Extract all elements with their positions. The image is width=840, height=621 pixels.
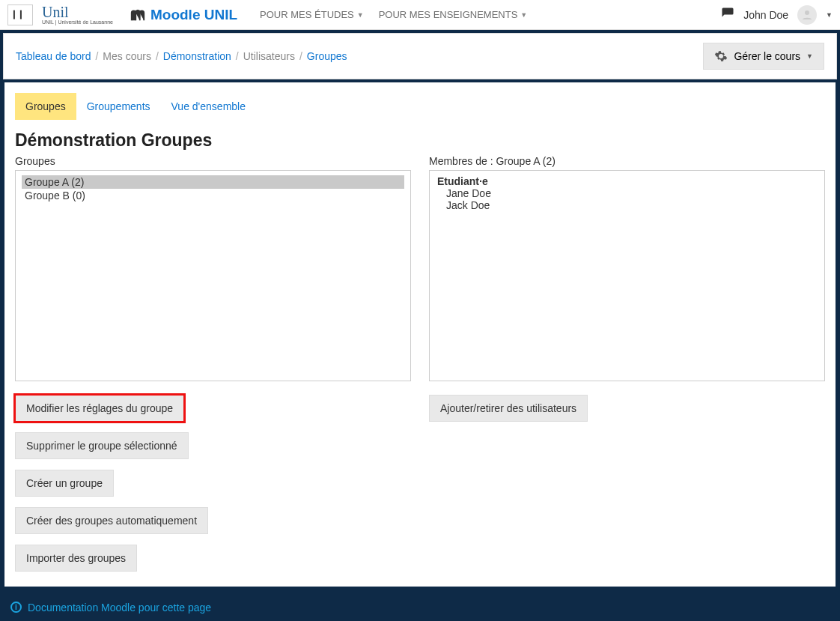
moodle-icon — [130, 7, 146, 23]
breadcrumb: Tableau de bord / Mes cours / Démonstrat… — [16, 50, 347, 62]
groups-column: Groupes Groupe A (2) Groupe B (0) Modifi… — [15, 155, 411, 572]
nav-etudes-label: POUR MES ÉTUDES — [260, 9, 354, 20]
manage-course-button[interactable]: Gérer le cours ▼ — [703, 43, 824, 70]
nav-top: POUR MES ÉTUDES▼ POUR MES ENSEIGNEMENTS▼ — [260, 9, 527, 20]
breadcrumb-row: Tableau de bord / Mes cours / Démonstrat… — [4, 34, 836, 79]
info-icon: i — [10, 602, 22, 613]
user-menu-caret-icon[interactable]: ▼ — [826, 11, 833, 19]
groups-listbox[interactable]: Groupe A (2) Groupe B (0) — [15, 170, 411, 381]
crumb-groups[interactable]: Groupes — [307, 50, 347, 62]
crumb-mescours: Mes cours — [103, 50, 151, 62]
member-item[interactable]: Jane Doe — [436, 187, 818, 199]
brand-link[interactable]: Moodle UNIL — [130, 7, 237, 23]
topbar-right: John Doe ▼ — [721, 5, 833, 25]
crumb-sep: / — [95, 50, 98, 62]
groups-buttons: Modifier les réglages du groupe Supprime… — [15, 395, 411, 572]
caret-down-icon: ▼ — [806, 52, 813, 60]
group-item[interactable]: Groupe B (0) — [22, 189, 404, 202]
unil-subtext: UNIL | Université de Lausanne — [42, 19, 113, 25]
groups-label: Groupes — [15, 155, 411, 167]
crumb-sep: / — [299, 50, 302, 62]
delete-group-button[interactable]: Supprimer le groupe sélectionné — [15, 432, 189, 459]
tabs: Groupes Groupements Vue d'ensemble — [15, 93, 825, 120]
page-title: Démonstration Groupes — [15, 130, 825, 151]
doc-link-label: Documentation Moodle pour cette page — [28, 602, 211, 614]
tab-groupements[interactable]: Groupements — [76, 93, 161, 120]
nav-etudes[interactable]: POUR MES ÉTUDES▼ — [260, 9, 364, 20]
chat-icon[interactable] — [721, 7, 734, 23]
topbar: ▎▎ Unil UNIL | Université de Lausanne Mo… — [0, 0, 840, 30]
crumb-demo[interactable]: Démonstration — [163, 50, 231, 62]
doc-link[interactable]: i Documentation Moodle pour cette page — [10, 602, 211, 614]
members-label: Membres de : Groupe A (2) — [429, 155, 825, 167]
import-groups-button[interactable]: Importer des groupes — [15, 545, 137, 572]
group-item[interactable]: Groupe A (2) — [22, 175, 404, 189]
unil-script-text: Unil — [42, 4, 113, 19]
crumb-dashboard[interactable]: Tableau de bord — [16, 50, 91, 62]
footer: i Documentation Moodle pour cette page U… — [0, 591, 840, 621]
crumb-users: Utilisateurs — [243, 50, 295, 62]
menu-toggle-button[interactable]: ▎▎ — [7, 4, 33, 25]
tab-vuedensemble[interactable]: Vue d'ensemble — [161, 93, 256, 120]
members-buttons: Ajouter/retirer des utilisateurs — [429, 395, 825, 422]
add-remove-users-button[interactable]: Ajouter/retirer des utilisateurs — [429, 395, 588, 422]
member-item[interactable]: Jack Doe — [436, 199, 818, 211]
svg-point-0 — [805, 10, 809, 15]
avatar-icon[interactable] — [797, 5, 817, 25]
manage-course-label: Gérer le cours — [734, 50, 800, 62]
gear-icon — [714, 49, 728, 63]
edit-group-button[interactable]: Modifier les réglages du groupe — [15, 395, 184, 422]
tab-groupes[interactable]: Groupes — [15, 93, 76, 120]
members-listbox[interactable]: Etudiant·e Jane Doe Jack Doe — [429, 170, 825, 381]
caret-down-icon: ▼ — [520, 11, 527, 19]
unil-logo[interactable]: Unil UNIL | Université de Lausanne — [42, 4, 113, 25]
auto-create-groups-button[interactable]: Créer des groupes automatiquement — [15, 507, 208, 534]
create-group-button[interactable]: Créer un groupe — [15, 470, 114, 497]
nav-enseignements-label: POUR MES ENSEIGNEMENTS — [379, 9, 518, 20]
crumb-sep: / — [236, 50, 239, 62]
crumb-sep: / — [156, 50, 159, 62]
user-name[interactable]: John Doe — [743, 9, 788, 21]
nav-enseignements[interactable]: POUR MES ENSEIGNEMENTS▼ — [379, 9, 528, 20]
brand-text: Moodle UNIL — [150, 7, 237, 23]
caret-down-icon: ▼ — [357, 11, 364, 19]
members-column: Membres de : Groupe A (2) Etudiant·e Jan… — [429, 155, 825, 572]
members-role: Etudiant·e — [436, 175, 818, 187]
